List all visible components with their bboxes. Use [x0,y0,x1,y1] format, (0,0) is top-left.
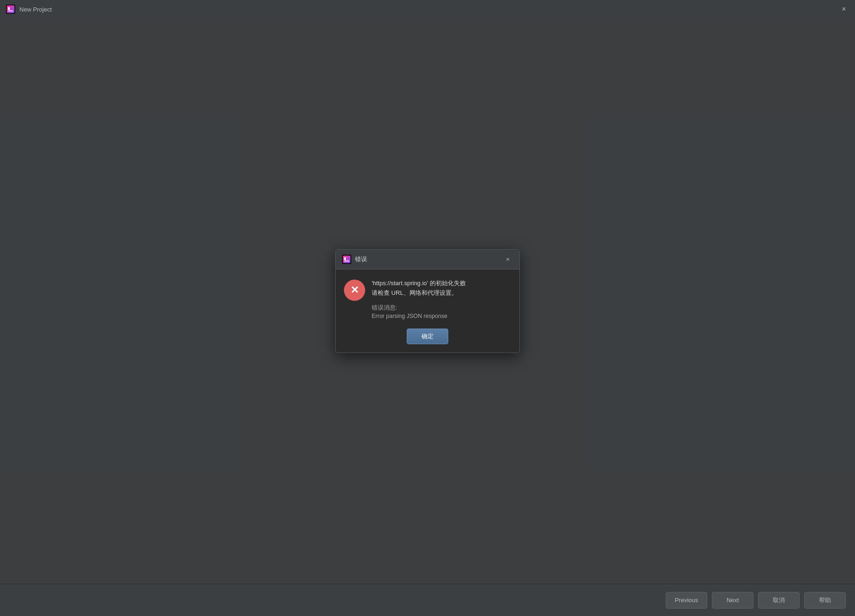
modal-overlay: 错误 × ✕ 'https://start.spring.io' 的初始化失败 … [0,18,855,584]
dialog-close-button[interactable]: × [503,254,513,264]
bottom-bar: Previous Next 取消 帮助 [0,584,855,616]
svg-rect-4 [8,7,10,10]
main-text-line1: 'https://start.spring.io' 的初始化失败 [372,280,466,287]
svg-rect-6 [343,256,350,263]
window-close-button[interactable]: × [838,4,849,15]
dialog-title-left: 错误 [342,255,367,264]
confirm-button[interactable]: 确定 [407,329,448,344]
dialog-body: ✕ 'https://start.spring.io' 的初始化失败 请检查 U… [336,269,519,329]
main-text-line2: 请检查 URL、网络和代理设置。 [372,289,458,296]
error-dialog: 错误 × ✕ 'https://start.spring.io' 的初始化失败 … [335,249,520,353]
cancel-button[interactable]: 取消 [758,592,800,609]
title-bar: New Project × [0,0,855,18]
next-button[interactable]: Next [712,592,753,609]
app-icon [6,4,16,14]
error-x-icon: ✕ [350,285,359,295]
svg-rect-7 [344,260,349,261]
dialog-main-text: 'https://start.spring.io' 的初始化失败 请检查 URL… [372,279,511,298]
svg-rect-2 [7,6,14,13]
error-icon: ✕ [344,280,365,301]
dialog-title-text: 错误 [355,255,367,263]
dialog-content: 'https://start.spring.io' 的初始化失败 请检查 URL… [372,279,511,320]
dialog-title-bar: 错误 × [336,250,519,269]
window-title: New Project [19,6,52,13]
error-sub-label: 错误消息: [372,304,511,312]
svg-rect-8 [344,257,346,260]
dialog-footer: 确定 [336,329,519,353]
previous-button[interactable]: Previous [666,592,707,609]
dialog-app-icon [342,255,351,264]
error-sub-text: Error parsing JSON response [372,313,511,319]
svg-rect-3 [8,11,13,12]
help-button[interactable]: 帮助 [804,592,846,609]
